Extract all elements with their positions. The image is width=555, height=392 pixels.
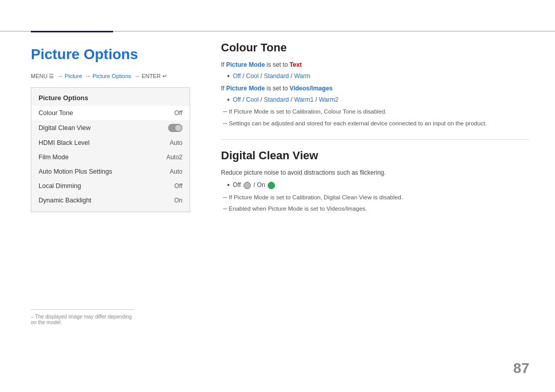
colour-tone-bullet1: • Off / Cool / Standard / Warm [227,71,529,81]
menu-item-label: HDMI Black Level [39,139,89,146]
menu-item-dynamic-backlight[interactable]: Dynamic Backlight On [31,193,190,208]
menu-item-value: Auto [170,139,182,146]
picture-mode-kw: Picture Mode [226,61,265,68]
bullet1-text: Off / Cool / Standard / Warm [233,71,310,81]
colour-tone-bullet2: • Off / Cool / Standard / Warm1 / Warm2 [227,95,529,105]
arrow3: → [134,73,140,79]
bullet-dot3: • [227,180,230,190]
menu-item-film-mode[interactable]: Film Mode Auto2 [31,150,190,164]
menu-item-local-dimming[interactable]: Local Dimming Off [31,179,190,193]
menu-item-value: Auto [170,168,182,175]
colour-tone-dash2: Settings can be adjusted and stored for … [223,119,529,128]
menu-icon: ☰ [49,73,54,79]
toggle-icon [168,124,182,132]
menu-box: Picture Options Colour Tone Off Digital … [31,87,190,212]
colour-tone-body: If Picture Mode is set to Text • Off / C… [221,60,529,128]
menu-path-prefix: MENU [31,73,47,79]
menu-item-label: Film Mode [39,154,68,161]
colour-tone-if-text: If Picture Mode is set to Text [221,60,529,70]
arrow2: → [85,73,91,79]
section-divider [221,139,529,140]
arrow1: → [58,73,63,79]
footer-note: – The displayed image may differ dependi… [31,309,134,325]
page-number: 87 [513,360,529,377]
off-circle-icon [244,182,251,189]
menu-path-picture-options: Picture Options [92,73,131,79]
colour-tone-dash1: If Picture Mode is set to Calibration, C… [223,107,529,116]
menu-item-colour-tone[interactable]: Colour Tone Off [31,106,190,120]
digital-clean-view-title: Digital Clean View [221,149,529,162]
menu-item-label: Local Dimming [39,182,81,190]
colour-tone-if-videos: If Picture Mode is set to Videos/Images [221,83,529,94]
menu-item-value: Auto2 [166,154,182,161]
digital-clean-view-body: Reduce picture noise to avoid distractio… [221,167,529,213]
menu-path-picture: Picture [65,73,82,79]
menu-item-hdmi-black-level[interactable]: HDMI Black Level Auto [31,136,190,150]
page-title: Picture Options [31,46,190,63]
left-panel: Picture Options MENU ☰ → Picture → Pictu… [31,41,190,212]
menu-box-title: Picture Options [31,94,190,106]
menu-item-value: Off [174,109,182,117]
menu-item-label: Colour Tone [39,109,73,117]
menu-item-value: Off [174,182,182,190]
dcv-off-on: Off / On [233,180,276,190]
bullet-dot: • [227,71,230,81]
dcv-description: Reduce picture noise to avoid distractio… [221,167,529,178]
menu-item-label: Dynamic Backlight [39,197,91,204]
menu-item-value: On [174,197,182,204]
menu-item-label: Digital Clean View [39,124,90,132]
picture-mode-kw2: Picture Mode [226,85,265,92]
text-kw: Text [289,61,302,68]
menu-item-digital-clean-view[interactable]: Digital Clean View [31,120,190,136]
top-accent-bar [31,31,113,32]
videos-images-kw: Videos/Images [289,85,332,92]
menu-path: MENU ☰ → Picture → Picture Options → ENT… [31,73,190,80]
dcv-dash2: Enabled when Picture Mode is set to Vide… [223,204,529,213]
colour-tone-title: Colour Tone [221,41,529,54]
menu-item-label: Auto Motion Plus Settings [39,168,112,175]
dcv-dash1: If Picture Mode is set to Calibration, D… [223,193,529,202]
dcv-bullet: • Off / On [227,180,529,190]
on-circle-icon [268,182,275,189]
menu-path-enter: ENTER [141,73,160,79]
bullet2-text: Off / Cool / Standard / Warm1 / Warm2 [233,95,339,105]
enter-icon: ↵ [162,73,167,79]
right-panel: Colour Tone If Picture Mode is set to Te… [221,41,529,225]
bullet-dot2: • [227,95,230,104]
menu-item-auto-motion-plus[interactable]: Auto Motion Plus Settings Auto [31,164,190,179]
